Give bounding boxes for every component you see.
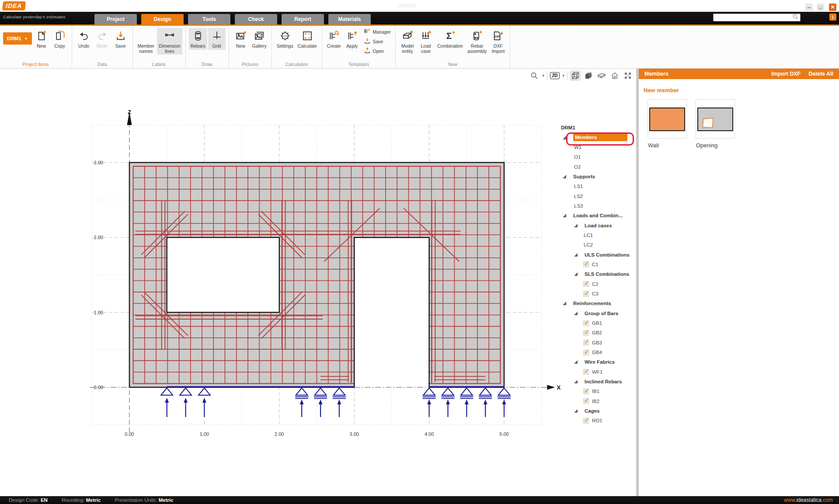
project-item-dropdown[interactable]: DRM1▼ — [3, 32, 32, 45]
tree-item-supports[interactable]: Supports — [561, 172, 638, 181]
tree-item-gb2[interactable]: GB2 — [561, 328, 638, 337]
maximize-button[interactable]: □ — [817, 3, 824, 11]
tree-item-reinforcements[interactable]: Reinforcements — [561, 299, 638, 308]
ribbon-button-save[interactable]: Save — [362, 37, 392, 46]
tree-item-ls2[interactable]: LS2 — [561, 191, 638, 201]
tree-item-drm1[interactable]: DRM1 — [561, 123, 638, 132]
visibility-checkbox[interactable] — [583, 389, 589, 394]
tab-materials[interactable]: Materials — [328, 14, 371, 24]
tab-project[interactable]: Project — [94, 14, 137, 24]
ribbon-button-create[interactable]: Create — [325, 28, 343, 50]
tree-item-ib2[interactable]: IB2 — [561, 396, 638, 406]
visibility-checkbox[interactable] — [583, 281, 589, 287]
tree-item-uls-combinations[interactable]: ULS Combinations — [561, 250, 638, 259]
expander-icon[interactable] — [574, 272, 578, 276]
tree-item-wf1[interactable]: WF1 — [561, 367, 638, 377]
ribbon-button-undo[interactable]: Undo — [75, 28, 93, 50]
visibility-checkbox[interactable] — [583, 320, 589, 326]
ribbon-button-member-names[interactable]: AMember names — [136, 28, 157, 55]
ribbon-button-new[interactable]: New — [232, 28, 250, 50]
ribbon-button-calculate[interactable]: + −× ÷Calculate — [296, 28, 319, 50]
visibility-checkbox[interactable] — [583, 350, 589, 355]
visibility-checkbox[interactable] — [583, 369, 589, 375]
ribbon-button-rebar-assembly[interactable]: Rebar assembly — [466, 28, 488, 55]
expander-icon[interactable] — [574, 380, 578, 383]
tree-item-load-cases[interactable]: Load cases — [561, 220, 638, 230]
expander-icon[interactable] — [563, 214, 566, 217]
tree-item-c1[interactable]: C1 — [561, 260, 638, 269]
expander-icon[interactable] — [563, 302, 566, 305]
tree-item-w1[interactable]: W1 — [561, 143, 638, 152]
visibility-checkbox[interactable] — [583, 398, 589, 404]
minimize-button[interactable]: ─ — [805, 3, 813, 11]
tree-item-c2[interactable]: C2 — [561, 279, 638, 289]
tab-tools[interactable]: Tools — [188, 14, 230, 24]
opening-O1[interactable] — [167, 237, 279, 312]
expander-icon[interactable] — [574, 409, 578, 413]
search-input[interactable] — [714, 14, 792, 21]
ribbon-button-copy[interactable]: Copy — [51, 28, 69, 50]
tree-item-o2[interactable]: O2 — [561, 162, 638, 171]
close-button[interactable]: ✕ — [829, 3, 836, 11]
tree-item-inclined-rebars[interactable]: Inclined Rebars — [561, 377, 638, 386]
wireframe-view-icon[interactable] — [570, 70, 581, 81]
prism-view-icon[interactable] — [596, 70, 607, 81]
ribbon-button-combination[interactable]: ΣCombination — [435, 28, 465, 50]
tab-report[interactable]: Report — [282, 14, 324, 24]
tree-item-members[interactable]: Members — [561, 132, 638, 142]
tree-item-ib1[interactable]: IB1 — [561, 386, 638, 396]
fit-view-icon[interactable] — [623, 70, 633, 81]
tree-item-ro1[interactable]: RO1 — [561, 416, 638, 425]
tree-item-group-of-bars[interactable]: Group of Bars — [561, 309, 638, 318]
search-box[interactable] — [713, 14, 801, 21]
zoom-select-icon[interactable] — [529, 70, 540, 81]
ribbon-button-manager[interactable]: Manager — [362, 27, 392, 37]
ribbon-button-apply[interactable]: Apply — [344, 28, 361, 50]
view-caret-icon[interactable]: ▾ — [562, 73, 564, 78]
tree-item-gb1[interactable]: GB1 — [561, 318, 638, 328]
expander-icon[interactable] — [574, 253, 578, 257]
info-button[interactable]: i — [829, 14, 836, 21]
supports[interactable] — [161, 387, 511, 417]
tree-item-loads-and-combin-[interactable]: Loads and Combin... — [561, 211, 638, 220]
home-view-icon[interactable] — [609, 70, 620, 81]
ribbon-button-model-entity[interactable]: Model entity — [399, 28, 416, 55]
tree-item-c3[interactable]: C3 — [561, 289, 638, 299]
tab-check[interactable]: Check — [235, 14, 277, 24]
import-dxf-button[interactable]: Import DXF — [771, 71, 801, 77]
opening-card[interactable] — [696, 99, 735, 139]
tab-design[interactable]: Design — [141, 14, 184, 24]
expander-icon[interactable] — [574, 360, 578, 364]
expander-icon[interactable] — [563, 136, 566, 139]
opening-O2[interactable] — [355, 237, 428, 389]
tree-item-cages[interactable]: Cages — [561, 406, 638, 416]
tree-item-gb3[interactable]: GB3 — [561, 338, 638, 348]
drawing-canvas[interactable]: ZX0.001.002.003.004.005.000.001.002.003.… — [0, 69, 637, 496]
tree-item-ls3[interactable]: LS3 — [561, 201, 638, 211]
view-2d-button[interactable]: 2D — [550, 72, 560, 79]
ribbon-button-settings[interactable]: </>Settings — [275, 28, 295, 50]
solid-view-icon[interactable] — [583, 70, 594, 81]
tree-item-ls1[interactable]: LS1 — [561, 181, 638, 191]
visibility-checkbox[interactable] — [583, 261, 589, 267]
tree-item-lc1[interactable]: LC1 — [561, 230, 638, 240]
expander-icon[interactable] — [574, 224, 578, 227]
tree-item-o1[interactable]: O1 — [561, 152, 638, 162]
expander-icon[interactable] — [574, 312, 578, 315]
zoom-caret-icon[interactable]: ▾ — [542, 73, 544, 78]
expander-icon[interactable] — [563, 175, 566, 178]
tree-item-wire-fabrics[interactable]: Wire Fabrics — [561, 357, 638, 367]
ribbon-button-open[interactable]: Open — [362, 46, 392, 56]
tree-item-gb4[interactable]: GB4 — [561, 348, 638, 357]
wall-card[interactable] — [648, 99, 687, 139]
ribbon-button-save[interactable]: Save — [112, 28, 129, 50]
delete-all-button[interactable]: Delete All — [808, 71, 833, 77]
website-link[interactable]: www.ideastatica.com — [784, 497, 833, 503]
tree-item-sls-combinations[interactable]: SLS Combinations — [561, 269, 638, 279]
ribbon-button-rebars[interactable]: Rebars — [189, 28, 207, 50]
ribbon-button-dimension-lines[interactable]: Dimension lines — [157, 28, 182, 55]
ribbon-button-gallery[interactable]: Gallery — [251, 28, 268, 50]
visibility-checkbox[interactable] — [583, 340, 589, 345]
visibility-checkbox[interactable] — [583, 418, 589, 424]
ribbon-button-redo[interactable]: Redo — [94, 28, 111, 50]
